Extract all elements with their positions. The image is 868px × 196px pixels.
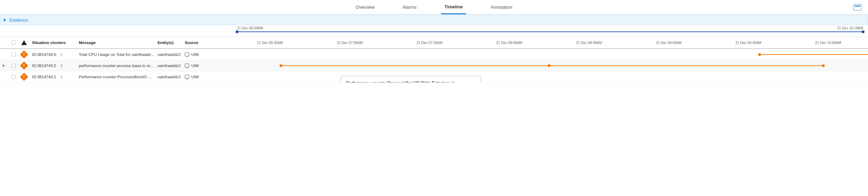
tab-alarms[interactable]: Alarms <box>399 0 420 14</box>
ruler-start-label: 21 Dec 06:08AM <box>237 26 263 30</box>
time-ticks: 21 Dec 06:30AM 21 Dec 07:00AM 21 Dec 07:… <box>230 37 868 48</box>
col-clusters[interactable]: Situation clusters <box>30 41 77 45</box>
tab-label: Annotation <box>490 5 512 10</box>
timeline-cell[interactable] <box>230 49 868 60</box>
row-source: UIM <box>191 64 199 68</box>
tabs-bar: Overview Alarms Timeline Annotation <box>0 0 868 15</box>
warning-triangle-icon <box>21 40 27 45</box>
ruler-end-handle[interactable] <box>862 30 865 33</box>
ruler-start-handle[interactable] <box>236 30 238 33</box>
calendar-icon[interactable] <box>853 4 862 10</box>
time-tick: 21 Dec 07:00AM <box>310 37 390 48</box>
col-message[interactable]: Message <box>77 41 155 45</box>
cluster-count: 1 <box>60 52 62 57</box>
col-entity[interactable]: Entity(s) <box>155 41 181 45</box>
row-checkbox[interactable] <box>12 64 16 68</box>
cluster-count: 3 <box>60 64 62 68</box>
timeline-cell[interactable] <box>230 60 868 71</box>
time-tick: 21 Dec 06:30AM <box>230 37 310 48</box>
time-tick: 21 Dec 08:00AM <box>469 37 549 48</box>
ruler-track[interactable] <box>237 31 863 32</box>
table-row[interactable]: ! ID:3814743:23 performance counter proc… <box>0 60 868 71</box>
timeline-cell[interactable] <box>230 71 868 82</box>
row-source: UIM <box>191 75 199 79</box>
ruler-end-label: 21 Dec 10:18AM <box>837 26 863 30</box>
severity-minor-icon: ! <box>20 61 28 70</box>
row-checkbox[interactable] <box>12 75 16 79</box>
tab-overview[interactable]: Overview <box>352 0 378 14</box>
tab-label: Alarms <box>403 5 417 10</box>
row-entity: oainfraaddc2 <box>155 75 181 79</box>
time-tick: 21 Dec 07:30AM <box>390 37 470 48</box>
time-tick: 21 Dec 09:30AM <box>709 37 789 48</box>
time-tick: 21 Dec 09:00AM <box>629 37 709 48</box>
event-dot[interactable] <box>548 64 550 67</box>
row-message: Performance counter Process\dfsrs\IO Wri… <box>77 75 155 79</box>
cluster-id: ID:3814743:0 <box>32 52 56 57</box>
event-dot[interactable] <box>280 64 282 67</box>
severity-minor-icon: ! <box>20 50 28 58</box>
col-source[interactable]: Source <box>181 41 230 45</box>
tab-label: Timeline <box>444 4 463 9</box>
time-ruler: 21 Dec 06:08AM 21 Dec 10:18AM <box>0 25 868 37</box>
cluster-id: ID:3814743:2 <box>32 64 56 68</box>
event-dot[interactable] <box>822 64 825 67</box>
monitor-icon <box>185 52 189 56</box>
expand-row-icon[interactable] <box>3 64 5 67</box>
severity-minor-icon: ! <box>20 73 28 81</box>
cluster-id: ID:3814743:1 <box>32 75 56 79</box>
chevron-right-icon <box>4 18 6 22</box>
evidence-label: Evidence <box>9 17 28 23</box>
evidence-bar[interactable]: Evidence <box>0 15 868 25</box>
row-entity: oainfraaddc2 <box>155 64 181 68</box>
event-details-popover: Performance counter Process\dfsrs\IO Wri… <box>341 76 480 82</box>
col-source-label: Source <box>185 41 198 45</box>
tab-label: Overview <box>356 5 374 10</box>
time-tick: 21 Dec 10:00AM <box>788 37 868 48</box>
tab-annotation[interactable]: Annotation <box>487 0 516 14</box>
select-all-checkbox[interactable] <box>12 41 16 45</box>
popover-title: Performance counter Process\dfsrs\IO Wri… <box>346 81 475 82</box>
event-dot[interactable] <box>758 53 761 56</box>
row-message: performance counter process lsass io rea… <box>77 64 155 68</box>
monitor-icon <box>185 64 189 67</box>
time-tick: 21 Dec 08:30AM <box>549 37 629 48</box>
tab-timeline[interactable]: Timeline <box>441 0 466 14</box>
severity-header <box>18 40 30 45</box>
monitor-icon <box>185 75 189 79</box>
cluster-count: 1 <box>60 75 62 79</box>
table-header: Situation clusters Message Entity(s) Sou… <box>0 37 868 49</box>
table-row[interactable]: ! ID:3814743:01 Total CPU Usage on Total… <box>0 49 868 60</box>
row-checkbox[interactable] <box>12 52 16 57</box>
row-entity: oainfraaddc2 <box>155 52 181 57</box>
row-source: UIM <box>191 52 199 57</box>
row-message: Total CPU Usage on Total for oainfraaddc… <box>77 52 155 57</box>
